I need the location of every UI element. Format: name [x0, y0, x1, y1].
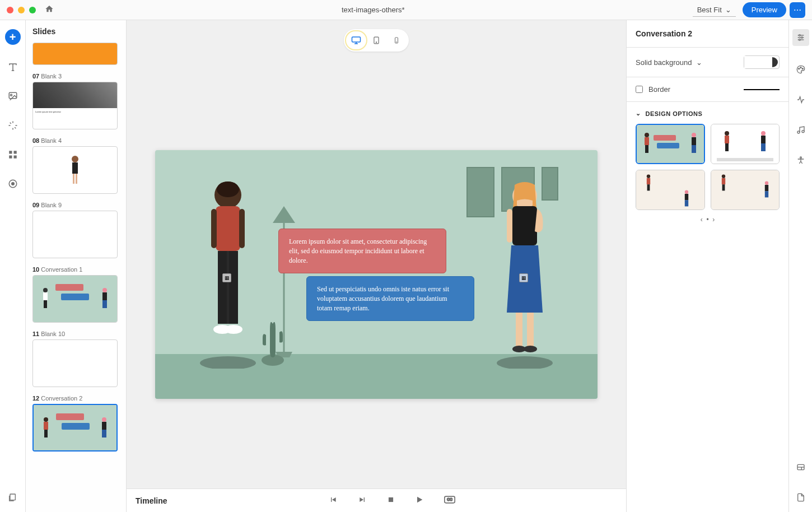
- step-back-button[interactable]: [329, 495, 338, 506]
- slide-thumbnail[interactable]: Lorem ipsum text preview: [32, 82, 118, 129]
- zoom-fit-select[interactable]: Best Fit ⌄: [693, 3, 736, 17]
- svg-point-34: [217, 181, 239, 197]
- svg-rect-55: [645, 137, 649, 145]
- border-checkbox-row[interactable]: Border: [636, 85, 670, 94]
- add-slide-button[interactable]: +: [5, 29, 21, 45]
- properties-panel: Conversation 2 Solid background ⌄ Border: [626, 20, 788, 512]
- svg-point-57: [692, 133, 696, 137]
- svg-point-85: [800, 67, 801, 68]
- closed-caption-button[interactable]: CC: [444, 496, 455, 506]
- svg-rect-71: [684, 200, 688, 206]
- media-tool-icon[interactable]: [6, 90, 20, 103]
- svg-point-84: [798, 68, 799, 69]
- tablet-device-tab[interactable]: [366, 31, 386, 49]
- background-color-swatch[interactable]: [744, 55, 780, 69]
- desktop-device-tab[interactable]: [346, 31, 366, 49]
- interaction-tool-icon[interactable]: [6, 119, 20, 132]
- svg-rect-76: [765, 185, 768, 191]
- layout-icon[interactable]: [794, 460, 808, 474]
- timeline-label: Timeline: [136, 496, 167, 505]
- svg-point-27: [376, 42, 376, 43]
- widgets-tool-icon[interactable]: [6, 148, 20, 161]
- slide-label: 08 Blank 4: [32, 137, 119, 144]
- slide-thumbnail[interactable]: [32, 146, 118, 194]
- preview-button[interactable]: Preview: [743, 2, 786, 17]
- slide-thumbnail[interactable]: [32, 339, 118, 387]
- pager-next-button[interactable]: ›: [712, 216, 715, 224]
- accessibility-icon[interactable]: [794, 153, 808, 167]
- svg-rect-35: [216, 206, 240, 251]
- mobile-device-tab[interactable]: [386, 31, 407, 49]
- character-left[interactable]: ▦: [194, 178, 262, 371]
- design-pager: ‹ • ›: [636, 216, 780, 224]
- slide-item[interactable]: 09 Blank 9: [32, 202, 119, 258]
- svg-rect-8: [10, 494, 15, 500]
- properties-title: Conversation 2: [627, 20, 788, 48]
- design-options-header[interactable]: ⌄ DESIGN OPTIONS: [636, 110, 780, 117]
- design-option[interactable]: [711, 170, 780, 210]
- slide-thumbnail[interactable]: [32, 275, 118, 323]
- slide-thumbnail[interactable]: [32, 404, 118, 452]
- canvas-stage[interactable]: ▦: [127, 60, 626, 488]
- slide-canvas[interactable]: ▦: [155, 150, 598, 399]
- settings-icon[interactable]: [792, 29, 809, 46]
- slide-item[interactable]: 11 Blank 10: [32, 331, 119, 387]
- minimize-window-button[interactable]: [18, 7, 25, 13]
- slide-thumbnail[interactable]: [32, 43, 118, 65]
- document-icon[interactable]: [794, 491, 808, 504]
- svg-point-43: [497, 356, 553, 369]
- svg-rect-45: [512, 206, 537, 245]
- animation-icon[interactable]: [794, 93, 808, 106]
- stop-button[interactable]: [387, 496, 395, 506]
- play-button[interactable]: [415, 495, 424, 506]
- border-style-preview[interactable]: [744, 89, 780, 90]
- svg-point-75: [765, 181, 768, 185]
- svg-point-40: [225, 325, 242, 334]
- svg-rect-23: [102, 422, 106, 430]
- svg-rect-17: [102, 292, 107, 300]
- svg-point-54: [645, 133, 649, 137]
- design-option[interactable]: [636, 124, 705, 164]
- svg-point-66: [647, 175, 650, 178]
- design-options-label: DESIGN OPTIONS: [646, 110, 703, 117]
- record-tool-icon[interactable]: [6, 177, 20, 190]
- slide-item[interactable]: 10 Conversation 1: [32, 266, 119, 323]
- slide-item[interactable]: [32, 43, 119, 65]
- slide-thumbnail[interactable]: [32, 211, 118, 258]
- svg-rect-18: [102, 300, 107, 308]
- svg-rect-42: [239, 209, 245, 248]
- speech-bubble-2[interactable]: Sed ut perspiciatis undo omnis iste natu…: [306, 276, 474, 321]
- slide-item[interactable]: 07 Blank 3 Lorem ipsum text preview: [32, 73, 119, 129]
- slide-item[interactable]: 12 Conversation 2: [32, 395, 119, 452]
- slides-panel-title: Slides: [32, 27, 119, 36]
- background-label: Solid background: [636, 58, 692, 67]
- maximize-window-button[interactable]: [29, 7, 36, 13]
- border-checkbox[interactable]: [636, 86, 643, 93]
- slide-label: 09 Blank 9: [32, 202, 119, 208]
- svg-rect-65: [761, 143, 766, 151]
- character-right[interactable]: ▦: [491, 178, 558, 371]
- close-window-button[interactable]: [7, 7, 13, 13]
- svg-point-9: [72, 156, 78, 162]
- speech-bubble-1[interactable]: Lorem ipsum dolor sit amet, consectetur …: [278, 229, 446, 273]
- text-tool-icon[interactable]: [6, 60, 20, 74]
- pager-prev-button[interactable]: ‹: [701, 216, 703, 224]
- appearance-icon[interactable]: [794, 63, 808, 76]
- home-icon[interactable]: [45, 4, 54, 16]
- design-option[interactable]: [636, 170, 705, 210]
- background-dropdown[interactable]: Solid background ⌄: [636, 58, 702, 67]
- more-menu-button[interactable]: ⋯: [790, 2, 805, 18]
- pages-icon[interactable]: [8, 493, 17, 504]
- svg-rect-58: [692, 137, 696, 145]
- svg-rect-4: [9, 156, 12, 159]
- design-option[interactable]: [711, 124, 780, 164]
- svg-rect-14: [43, 292, 48, 300]
- slide-item[interactable]: 08 Blank 4: [32, 137, 119, 194]
- audio-icon[interactable]: [794, 123, 808, 137]
- svg-rect-77: [765, 191, 768, 197]
- svg-point-16: [102, 288, 107, 292]
- svg-point-86: [802, 68, 803, 69]
- svg-rect-74: [722, 184, 725, 190]
- step-forward-button[interactable]: [358, 495, 367, 506]
- svg-rect-61: [725, 136, 729, 143]
